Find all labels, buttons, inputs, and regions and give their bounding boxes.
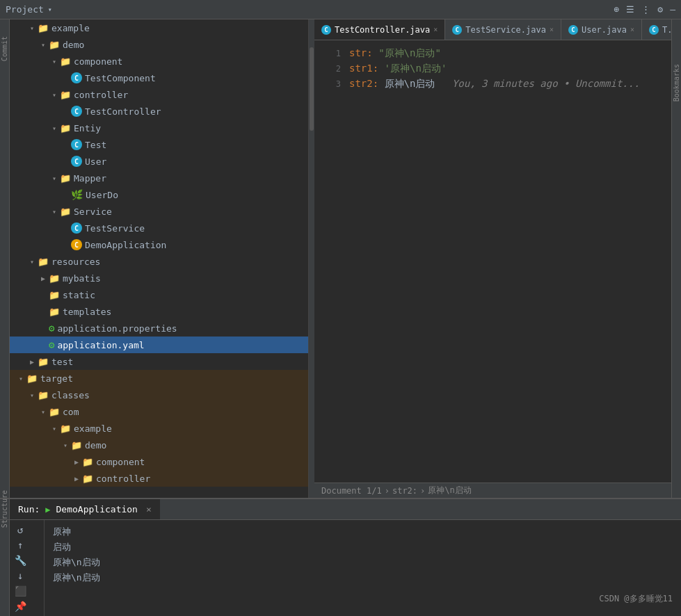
tree-item-component[interactable]: ▾ 📁 component	[10, 53, 308, 70]
git-annotation: You, 3 minutes ago • Uncommit...	[452, 78, 640, 89]
line-number: 3	[320, 79, 341, 89]
tab-testcontroller[interactable]: C TestController.java ×	[314, 19, 445, 40]
folder-icon: 📁	[60, 56, 71, 67]
tree-item-templates[interactable]: ▾ 📁 templates	[10, 303, 308, 320]
minimize-icon[interactable]: —	[670, 4, 675, 15]
tree-item-demo[interactable]: ▾ 📁 demo	[10, 36, 308, 53]
tab-user[interactable]: C User.java ×	[561, 19, 642, 40]
bookmarks-label: Bookmarks	[673, 64, 680, 102]
project-label: Project	[6, 4, 44, 15]
split-icon[interactable]: ⋮	[641, 4, 650, 15]
run-label: Run:	[18, 504, 40, 514]
tree-item-target-example[interactable]: ▾ 📁 example	[10, 420, 308, 437]
java-class-icon: C	[649, 25, 659, 35]
tab-close-button[interactable]: ×	[433, 26, 438, 33]
class-badge: C	[71, 222, 82, 234]
app-label: DemoApplication	[56, 504, 138, 514]
tree-item-user[interactable]: ▾ C User	[10, 153, 308, 170]
tree-label: TestController	[85, 106, 161, 117]
csdn-label-line: CSDN @多多睡觉11	[53, 591, 673, 606]
status-arrow1: ›	[385, 486, 390, 496]
tree-item-controller[interactable]: ▾ 📁 controller	[10, 86, 308, 103]
scroll-down-button[interactable]: ↓	[13, 569, 28, 583]
tree-item-service[interactable]: ▾ 📁 Service	[10, 203, 308, 220]
tree-item-testcontroller[interactable]: ▾ C TestController	[10, 103, 308, 120]
expand-arrow: ▶	[71, 475, 82, 483]
folder-icon: 📁	[49, 40, 60, 50]
tree-item-entiy[interactable]: ▾ 📁 Entiy	[10, 120, 308, 136]
properties-icon: ⚙	[49, 323, 54, 334]
restart-button[interactable]: ↺	[13, 523, 28, 537]
scroll-up-button[interactable]: ↑	[13, 538, 28, 552]
project-dropdown-arrow[interactable]: ▾	[48, 6, 52, 13]
java-class-icon: C	[568, 25, 578, 35]
folder-icon: 📁	[38, 23, 49, 33]
java-class-icon: C	[452, 25, 462, 35]
code-string-value: "原神\n启动"	[378, 47, 441, 58]
tree-item-userdo[interactable]: ▾ 🌿 UserDo	[10, 186, 308, 203]
class-badge: C	[71, 239, 82, 250]
folder-icon: 📁	[60, 90, 71, 100]
tree-item-demoapplication[interactable]: ▾ C DemoApplication	[10, 236, 308, 253]
list-icon[interactable]: ☰	[626, 4, 634, 15]
tab-other[interactable]: C T... ×	[642, 19, 671, 40]
code-line-1: 1 str: "原神\n启动"	[314, 46, 671, 61]
tree-item-com[interactable]: ▾ 📁 com	[10, 403, 308, 420]
console-text: 原神\n启动	[53, 556, 100, 569]
class-badge: C	[71, 156, 82, 167]
console-line-2: 启动	[53, 540, 673, 555]
tree-item-target[interactable]: ▾ 📁 target	[10, 370, 308, 387]
tree-item-target-component[interactable]: ▶ 📁 component	[10, 453, 308, 470]
tree-item-app-yaml[interactable]: ▾ ⚙ application.yaml	[10, 337, 308, 353]
expand-arrow: ▾	[26, 24, 38, 32]
tab-close-button[interactable]: ×	[630, 26, 634, 33]
bottom-tabs: Structure Run: ▶ DemoApplication ×	[0, 499, 681, 520]
tree-label: templates	[63, 307, 111, 317]
tree-label: User	[85, 156, 106, 167]
run-tab-close[interactable]: ×	[146, 504, 152, 514]
tree-label: resources	[51, 257, 100, 267]
bottom-toolbar: ↺ ↑ 🔧 ↓ ⬛ 📌	[10, 520, 45, 616]
code-content: str2: 原神\n启动 You, 3 minutes ago • Uncomm…	[349, 78, 640, 90]
console-output: 原神 启动 原神\n启动 原神\n启动 CSDN @多多睡觉11	[45, 520, 681, 616]
status-value: 原神\n启动	[428, 485, 471, 496]
status-bar: Document 1/1 › str2: › 原神\n启动	[314, 483, 671, 498]
tree-label: example	[74, 423, 112, 434]
tree-label: component	[96, 457, 145, 467]
tree-item-testservice[interactable]: ▾ C TestService	[10, 220, 308, 236]
tree-item-example[interactable]: ▾ 📁 example	[10, 19, 308, 36]
csdn-label: CSDN @多多睡觉11	[599, 593, 673, 605]
tab-close-button[interactable]: ×	[550, 26, 554, 33]
tree-item-static[interactable]: ▾ 📁 static	[10, 286, 308, 303]
tab-testservice[interactable]: C TestService.java ×	[445, 19, 561, 40]
tree-item-target-demo[interactable]: ▾ 📁 demo	[10, 437, 308, 453]
tree-label: application.properties	[57, 323, 177, 334]
sidebar-scrollbar[interactable]	[309, 19, 314, 498]
folder-icon: 📁	[49, 290, 60, 300]
tree-label: TestComponent	[85, 73, 156, 83]
expand-arrow: ▶	[71, 458, 82, 466]
folder-icon: 📁	[60, 423, 71, 434]
run-tab[interactable]: Run: ▶ DemoApplication ×	[10, 499, 160, 519]
globe-icon[interactable]: ⊕	[614, 4, 620, 15]
tree-item-app-properties[interactable]: ▾ ⚙ application.properties	[10, 320, 308, 337]
xml-icon: 🌿	[71, 189, 83, 200]
tree-item-test-folder[interactable]: ▶ 📁 test	[10, 353, 308, 370]
stop-button[interactable]: ⬛	[13, 584, 28, 598]
folder-icon: 📁	[82, 457, 93, 467]
tree-item-classes[interactable]: ▾ 📁 classes	[10, 387, 308, 403]
settings-icon[interactable]: ⚙	[657, 4, 663, 15]
tree-item-resources[interactable]: ▾ 📁 resources	[10, 253, 308, 270]
pin-button[interactable]: 📌	[13, 599, 28, 613]
tree-item-mapper[interactable]: ▾ 📁 Mapper	[10, 170, 308, 186]
tree-item-test[interactable]: ▾ C Test	[10, 136, 308, 153]
folder-icon: 📁	[49, 407, 60, 417]
tree-item-testcomponent[interactable]: ▾ C TestComponent	[10, 70, 308, 86]
code-content: str: "原神\n启动"	[349, 47, 441, 60]
tree-label: Entiy	[74, 123, 101, 133]
settings-button[interactable]: 🔧	[13, 553, 28, 567]
tree-label: test	[51, 357, 73, 367]
tree-item-target-controller[interactable]: ▶ 📁 controller	[10, 470, 308, 487]
tree-item-mybatis[interactable]: ▶ 📁 mybatis	[10, 270, 308, 286]
console-text: 原神\n启动	[53, 572, 100, 584]
